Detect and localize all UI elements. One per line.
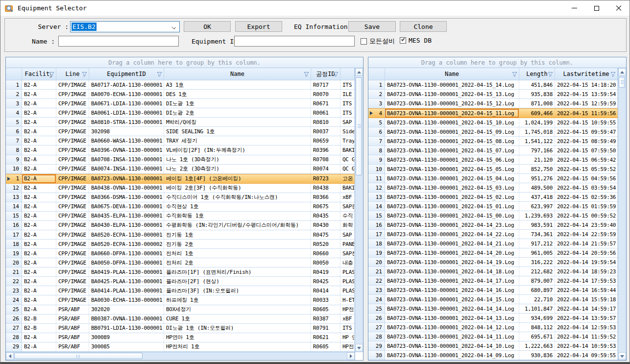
table-row[interactable]: 27B2-BPSR/ABFBB0791-LDIA-1130-000001DI노광…	[6, 324, 355, 333]
scroll-down-button[interactable]	[618, 352, 626, 360]
cell-line[interactable]: CPP/IMAGE	[56, 221, 89, 230]
table-row[interactable]: 6BA0723-OVNA-1130-000001_2022-04-15_09.L…	[368, 127, 618, 137]
row-indicator[interactable]: 16	[368, 220, 385, 229]
cell-extra[interactable]: HP전	[340, 342, 355, 351]
cell-lastwritetime[interactable]: 2022-04-15 14:18:20	[555, 80, 618, 89]
cell-extra[interactable]: ITS	[340, 108, 355, 117]
row-indicator[interactable]: 28	[6, 333, 22, 342]
cell-lastwritetime[interactable]: 2022-04-14 23:59:40	[555, 220, 618, 229]
cell-facility[interactable]: B2-A	[22, 240, 56, 248]
cell-length[interactable]: 451,846	[519, 80, 555, 89]
cell-process_id[interactable]: R0061	[311, 108, 340, 117]
scroll-up-button[interactable]	[618, 68, 626, 76]
group-by-band[interactable]: Drag a column here to group by this colu…	[368, 57, 626, 68]
name-input[interactable]	[58, 36, 179, 47]
row-indicator[interactable]: 2	[6, 90, 22, 98]
cell-length[interactable]: 848,112	[519, 323, 555, 332]
row-indicator[interactable]: 21	[368, 267, 385, 276]
row-indicator[interactable]: 8	[6, 146, 22, 154]
table-row[interactable]: 1BA0723-OVNA-1130-000001_2022-04-15_14.L…	[368, 80, 618, 90]
cell-equipment_id[interactable]: BA0070-ECHA-1130-000001	[89, 90, 164, 98]
cell-length[interactable]: 489,500	[519, 183, 555, 192]
row-indicator[interactable]: 7	[368, 137, 385, 146]
cell-extra[interactable]: ILE	[340, 90, 355, 98]
table-row[interactable]: 29BA0723-OVNA-1130-000001_2022-04-14_10.…	[368, 341, 618, 351]
column-header-process_id[interactable]: 공정ID	[311, 68, 340, 80]
cell-extra[interactable]: PLAS	[340, 267, 355, 276]
cell-name[interactable]: 베이킹 2호[3F] (수직화학동)	[164, 184, 311, 193]
cell-lastwritetime[interactable]: 2022-04-14 18:59:23	[555, 267, 618, 276]
cell-facility[interactable]: B2-A	[22, 249, 56, 258]
cell-length[interactable]: 1,745,018	[519, 127, 555, 136]
cell-equipment_id[interactable]: 302020	[89, 305, 164, 314]
row-indicator[interactable]: 26	[368, 314, 385, 322]
cell-facility[interactable]: B2-A	[22, 127, 56, 136]
cell-process_id[interactable]: R0414	[311, 286, 340, 295]
cell-lastwritetime[interactable]: 2022-04-15 00:59:52	[555, 211, 618, 220]
column-header-facility[interactable]: Facility	[22, 68, 56, 80]
row-indicator[interactable]: 27	[6, 324, 22, 333]
row-indicator[interactable]: 22	[368, 276, 385, 285]
row-indicator[interactable]: 10	[6, 165, 22, 173]
cell-name[interactable]: DI노광 1호 (IN:오토필러)	[164, 324, 311, 333]
table-row[interactable]: 1B2-ACPP/IMAGEBA0723-OVNA-1130-000001베이킹…	[6, 174, 355, 184]
maximize-button[interactable]	[585, 0, 607, 16]
row-indicator[interactable]: 20	[368, 258, 385, 267]
cell-process_id[interactable]: R0671	[311, 99, 340, 108]
table-row[interactable]: 26BA0723-OVNA-1130-000001_2022-04-14_13.…	[368, 314, 618, 323]
row-indicator[interactable]: 25	[368, 304, 385, 313]
cell-name[interactable]: 전기동 2호	[164, 240, 311, 248]
row-indicator[interactable]: 13	[368, 193, 385, 201]
row-indicator[interactable]: 5	[6, 118, 22, 126]
cell-length[interactable]: 930,836	[519, 351, 555, 360]
cell-equipment_id[interactable]: BA0430-ELPA-1130-000001	[89, 221, 164, 230]
row-indicator[interactable]: 20	[6, 258, 22, 267]
filter-icon[interactable]	[610, 72, 616, 77]
cell-extra[interactable]: SAP	[340, 230, 355, 239]
cell-name[interactable]: BA0723-OVNA-1130-000001_2022-04-15_12.Lo…	[385, 99, 519, 108]
cell-name[interactable]: DI노광 2호	[164, 108, 311, 117]
cell-lastwritetime[interactable]: 2022-04-15 11:59:56	[555, 109, 618, 118]
cell-line[interactable]: CPP/IMAGE	[56, 258, 89, 267]
cell-name[interactable]: BA0723-OVNA-1130-000001_2022-04-15_04.Lo…	[385, 174, 519, 183]
cell-name[interactable]: 플라즈마[1F] (표면처리/Finish)	[164, 267, 311, 276]
cell-facility[interactable]: B2-A	[22, 333, 56, 342]
cell-lastwritetime[interactable]: 2022-04-14 15:59:18	[555, 295, 618, 304]
cell-name[interactable]: BA0723-OVNA-1130-000001_2022-04-15_13.Lo…	[385, 90, 519, 98]
row-indicator[interactable]: 13	[6, 193, 22, 202]
table-row[interactable]: 23B2-ACPP/IMAGEBA0414-PLAA-1130-000001플라…	[6, 286, 355, 295]
cell-line[interactable]: CPP/IMAGE	[56, 99, 89, 108]
cell-lastwritetime[interactable]: 2022-04-14 21:59:57	[555, 239, 618, 248]
cell-length[interactable]: 1,101,847	[519, 304, 555, 313]
cell-facility[interactable]: B2-A	[22, 295, 56, 304]
cell-facility[interactable]: B2-A	[22, 305, 56, 314]
cell-length[interactable]: 1,239,693	[519, 211, 555, 220]
table-row[interactable]: 6B2-ACPP/IMAGE302098SIDE SEALING 1호R0037…	[6, 127, 355, 136]
cell-length[interactable]: 1,541,122	[519, 137, 555, 146]
row-indicator[interactable]: 22	[6, 277, 22, 286]
vertical-scrollbar[interactable]	[355, 68, 363, 360]
cell-length[interactable]: 623,997	[519, 202, 555, 211]
cell-length[interactable]: 961,005	[519, 248, 555, 257]
cell-name[interactable]: BA0723-OVNA-1130-000001_2022-04-14_19.Lo…	[385, 258, 519, 267]
cell-facility[interactable]: B2-A	[22, 286, 56, 295]
cell-name[interactable]: BA0723-OVNA-1130-000001_2022-04-14_15.Lo…	[385, 295, 519, 304]
cell-name[interactable]: HP연마 1호	[164, 333, 311, 342]
table-row[interactable]: 19BA0723-OVNA-1130-000001_2022-04-14_20.…	[368, 248, 618, 258]
row-indicator[interactable]: 24	[6, 295, 22, 304]
table-row[interactable]: 26B2-BPSR/ABFBB0387-OVNA-1130-000001CURE…	[6, 315, 355, 324]
cell-name[interactable]: BA0723-OVNA-1130-000001_2022-04-14_17.Lo…	[385, 276, 519, 285]
cell-facility[interactable]: B2-A	[22, 136, 56, 145]
scroll-down-button[interactable]	[355, 344, 363, 352]
table-row[interactable]: 23BA0723-OVNA-1130-000001_2022-04-14_16.…	[368, 286, 618, 295]
cell-line[interactable]: CPP/IMAGE	[56, 193, 89, 202]
cell-name[interactable]: HP전처리 1호	[164, 342, 311, 351]
cell-equipment_id[interactable]: BA0396-OVNA-1130-000001	[89, 146, 164, 154]
cell-equipment_id[interactable]: BB0387-OVNA-1130-000001	[89, 315, 164, 323]
scroll-right-button[interactable]	[347, 352, 355, 360]
cell-length[interactable]: 983,591	[519, 220, 555, 229]
table-row[interactable]: 18B2-ACPP/IMAGEBA0520-ECPA-1130-000002전기…	[6, 240, 355, 249]
cell-extra[interactable]: BAKI	[340, 184, 355, 193]
cell-name[interactable]: BA0723-OVNA-1130-000001_2022-04-14_23.Lo…	[385, 220, 519, 229]
cell-equipment_id[interactable]: BB0791-LDIA-1130-000001	[89, 324, 164, 333]
